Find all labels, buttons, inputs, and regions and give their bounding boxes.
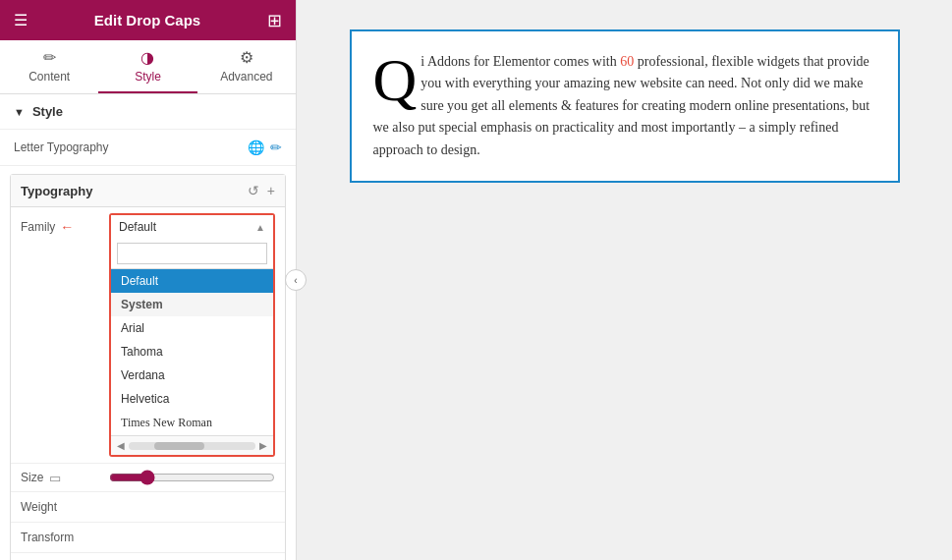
content-tab-icon: ✏	[43, 48, 56, 67]
family-dropdown: Default ▲ Default System Arial Tahoma	[109, 213, 275, 457]
dropdown-arrow-icon: ▲	[255, 222, 265, 233]
add-icon[interactable]: +	[267, 183, 275, 198]
typography-label: Typography	[21, 184, 92, 198]
drop-cap-letter: Q	[373, 57, 418, 103]
panel-body: ▼ Style Letter Typography 🌐 ✏ Typography…	[0, 94, 296, 560]
style-section-header[interactable]: ▼ Style	[0, 94, 296, 130]
style-field-row: Style	[11, 553, 285, 560]
grid-icon[interactable]: ⊞	[267, 10, 282, 31]
letter-typography-row: Letter Typography 🌐 ✏	[0, 130, 296, 166]
tabs-row: ✏ Content ◑ Style ⚙ Advanced	[0, 40, 296, 94]
dropdown-list: Default System Arial Tahoma Verdana Helv…	[111, 269, 273, 435]
tab-content-label: Content	[28, 70, 70, 84]
section-arrow-icon: ▼	[14, 106, 25, 118]
hamburger-icon[interactable]: ☰	[14, 11, 28, 29]
dropdown-search	[111, 239, 273, 269]
reset-icon[interactable]: ↺	[248, 183, 259, 198]
family-row: Family ← Default ▲	[11, 207, 285, 464]
hscroll-left-icon[interactable]: ◀	[117, 440, 125, 451]
tab-advanced[interactable]: ⚙ Advanced	[197, 40, 296, 93]
size-slider[interactable]	[109, 470, 275, 485]
dropdown-group-system: System	[111, 293, 273, 316]
dropdown-display[interactable]: Default ▲	[111, 215, 273, 239]
style-tab-icon: ◑	[140, 48, 154, 67]
family-label: Family ←	[21, 213, 109, 235]
style-section-label: Style	[32, 104, 63, 119]
dropdown-option-times-new-roman[interactable]: Times New Roman	[111, 411, 273, 435]
hscroll-bar: ◀ ▶	[111, 435, 273, 455]
dropdown-option-helvetica[interactable]: Helvetica	[111, 387, 273, 411]
typography-box-header: Typography ↺ +	[11, 175, 285, 207]
dropdown-option-default[interactable]: Default	[111, 269, 273, 293]
panel-title: Edit Drop Caps	[94, 12, 200, 28]
family-label-text: Family	[21, 220, 55, 234]
dropdown-option-tahoma[interactable]: Tahoma	[111, 340, 273, 364]
size-slider-wrap	[109, 470, 275, 485]
tab-advanced-label: Advanced	[220, 70, 272, 84]
weight-row: Weight	[11, 492, 285, 523]
left-panel: ☰ Edit Drop Caps ⊞ ✏ Content ◑ Style ⚙ A…	[0, 0, 297, 560]
right-area: ‹ Q i Addons for Elementor comes with 60…	[297, 0, 952, 560]
size-label: Size ▭	[21, 471, 109, 485]
preview-text: Q i Addons for Elementor comes with 60 p…	[373, 51, 876, 161]
hscroll-track	[129, 442, 255, 450]
tab-style[interactable]: ◑ Style	[98, 40, 196, 93]
size-monitor-icon: ▭	[49, 471, 61, 485]
panel-header: ☰ Edit Drop Caps ⊞	[0, 0, 296, 40]
tab-content[interactable]: ✏ Content	[0, 40, 98, 93]
transform-row: Transform	[11, 523, 285, 553]
edit-icon[interactable]: ✏	[270, 140, 282, 155]
letter-typography-label: Letter Typography	[14, 140, 109, 154]
tab-style-label: Style	[135, 70, 161, 84]
dropdown-wrapper: Default ▲ Default System Arial Tahoma	[109, 213, 275, 457]
family-arrow-icon: ←	[60, 219, 74, 235]
hscroll-thumb	[154, 442, 205, 450]
size-row: Size ▭	[11, 464, 285, 492]
highlight-text: 60	[620, 54, 634, 69]
content-preview: Q i Addons for Elementor comes with 60 p…	[350, 29, 900, 183]
collapse-panel-button[interactable]: ‹	[285, 269, 307, 291]
size-label-text: Size	[21, 471, 43, 484]
dropdown-option-verdana[interactable]: Verdana	[111, 364, 273, 387]
dropdown-option-arial[interactable]: Arial	[111, 316, 273, 340]
typography-header-icons: ↺ +	[248, 183, 275, 198]
hscroll-right-icon[interactable]: ▶	[259, 440, 267, 451]
globe-icon[interactable]: 🌐	[248, 140, 264, 155]
letter-typography-icons: 🌐 ✏	[248, 140, 282, 155]
advanced-tab-icon: ⚙	[240, 48, 253, 67]
transform-label: Transform	[21, 531, 109, 544]
dropdown-current-value: Default	[119, 220, 156, 234]
typography-box: Typography ↺ + Family ← Default	[10, 174, 286, 560]
font-search-input[interactable]	[117, 243, 267, 264]
weight-label: Weight	[21, 500, 109, 514]
